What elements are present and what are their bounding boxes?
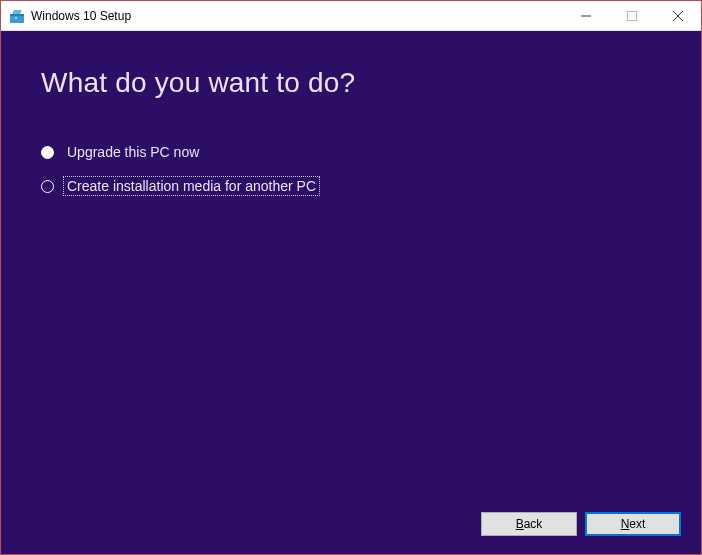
close-button[interactable] [655,1,701,31]
setup-window: Windows 10 Setup What do you want to do?… [0,0,702,555]
minimize-button[interactable] [563,1,609,31]
next-label: Next [621,517,646,531]
svg-rect-2 [15,17,17,19]
next-button[interactable]: Next [585,512,681,536]
options-group: Upgrade this PC now Create installation … [41,137,661,205]
option-label: Upgrade this PC now [64,143,202,161]
back-label: Back [516,517,543,531]
app-icon [9,8,25,24]
radio-icon [41,180,54,193]
titlebar: Windows 10 Setup [1,1,701,31]
option-label: Create installation media for another PC [64,177,319,195]
page-heading: What do you want to do? [41,67,661,99]
svg-rect-4 [628,11,637,20]
option-upgrade-now[interactable]: Upgrade this PC now [41,137,661,167]
back-button[interactable]: Back [481,512,577,536]
window-title: Windows 10 Setup [31,9,131,23]
content-area: What do you want to do? Upgrade this PC … [1,31,701,512]
footer: Back Next [1,512,701,554]
maximize-button [609,1,655,31]
svg-rect-1 [10,14,24,16]
option-create-media[interactable]: Create installation media for another PC [41,171,661,201]
radio-icon [41,146,54,159]
